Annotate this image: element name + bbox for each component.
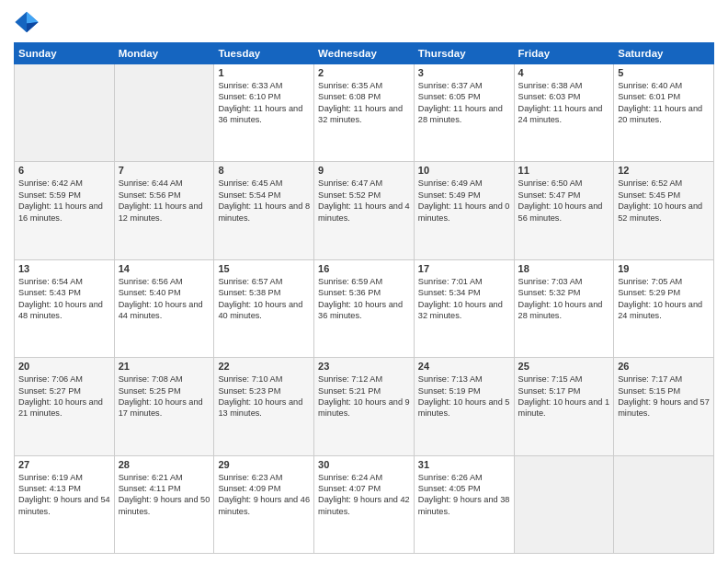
day-cell: 13Sunrise: 6:54 AMSunset: 5:43 PMDayligh…	[15, 259, 115, 357]
day-number: 3	[418, 67, 510, 78]
day-cell: 6Sunrise: 6:42 AMSunset: 5:59 PMDaylight…	[15, 162, 115, 259]
day-cell: 16Sunrise: 6:59 AMSunset: 5:36 PMDayligh…	[314, 259, 415, 357]
day-info: Sunrise: 6:54 AMSunset: 5:43 PMDaylight:…	[18, 276, 110, 322]
day-info: Sunrise: 6:59 AMSunset: 5:36 PMDaylight:…	[318, 276, 410, 322]
day-header-monday: Monday	[114, 43, 214, 64]
week-row-1: 1Sunrise: 6:33 AMSunset: 6:10 PMDaylight…	[15, 64, 714, 162]
day-cell: 3Sunrise: 6:37 AMSunset: 6:05 PMDaylight…	[414, 64, 514, 162]
day-number: 7	[119, 165, 210, 176]
header-row: SundayMondayTuesdayWednesdayThursdayFrid…	[15, 43, 714, 64]
day-info: Sunrise: 6:56 AMSunset: 5:40 PMDaylight:…	[119, 276, 210, 322]
day-info: Sunrise: 6:33 AMSunset: 6:10 PMDaylight:…	[218, 80, 310, 126]
day-cell: 15Sunrise: 6:57 AMSunset: 5:38 PMDayligh…	[214, 259, 314, 357]
day-cell	[614, 455, 714, 553]
day-cell: 19Sunrise: 7:05 AMSunset: 5:29 PMDayligh…	[614, 259, 714, 357]
day-number: 15	[218, 263, 310, 274]
page: SundayMondayTuesdayWednesdayThursdayFrid…	[0, 0, 728, 563]
day-cell: 7Sunrise: 6:44 AMSunset: 5:56 PMDaylight…	[114, 162, 214, 259]
day-number: 5	[618, 67, 710, 78]
day-cell: 11Sunrise: 6:50 AMSunset: 5:47 PMDayligh…	[514, 162, 614, 259]
day-cell	[514, 455, 614, 553]
day-number: 31	[418, 459, 510, 470]
day-number: 14	[119, 263, 210, 274]
day-header-wednesday: Wednesday	[314, 43, 415, 64]
day-cell: 18Sunrise: 7:03 AMSunset: 5:32 PMDayligh…	[514, 259, 614, 357]
day-info: Sunrise: 7:17 AMSunset: 5:15 PMDaylight:…	[618, 373, 710, 419]
day-cell: 26Sunrise: 7:17 AMSunset: 5:15 PMDayligh…	[614, 358, 714, 455]
day-number: 22	[218, 361, 310, 372]
day-cell: 21Sunrise: 7:08 AMSunset: 5:25 PMDayligh…	[114, 358, 214, 455]
day-header-saturday: Saturday	[614, 43, 714, 64]
day-info: Sunrise: 6:44 AMSunset: 5:56 PMDaylight:…	[119, 178, 210, 224]
day-header-tuesday: Tuesday	[214, 43, 314, 64]
day-info: Sunrise: 6:19 AMSunset: 4:13 PMDaylight:…	[18, 472, 110, 518]
day-cell: 30Sunrise: 6:24 AMSunset: 4:07 PMDayligh…	[314, 455, 415, 553]
day-header-thursday: Thursday	[414, 43, 514, 64]
day-cell: 25Sunrise: 7:15 AMSunset: 5:17 PMDayligh…	[514, 358, 614, 455]
day-cell: 2Sunrise: 6:35 AMSunset: 6:08 PMDaylight…	[314, 64, 415, 162]
day-info: Sunrise: 7:15 AMSunset: 5:17 PMDaylight:…	[518, 373, 610, 419]
day-cell: 5Sunrise: 6:40 AMSunset: 6:01 PMDaylight…	[614, 64, 714, 162]
day-number: 1	[218, 67, 310, 78]
week-row-5: 27Sunrise: 6:19 AMSunset: 4:13 PMDayligh…	[15, 455, 714, 553]
day-cell	[114, 64, 214, 162]
svg-marker-2	[27, 22, 39, 32]
day-cell: 10Sunrise: 6:49 AMSunset: 5:49 PMDayligh…	[414, 162, 514, 259]
day-info: Sunrise: 6:40 AMSunset: 6:01 PMDaylight:…	[618, 80, 710, 126]
day-number: 21	[119, 361, 210, 372]
day-number: 11	[518, 165, 610, 176]
day-cell: 1Sunrise: 6:33 AMSunset: 6:10 PMDaylight…	[214, 64, 314, 162]
day-info: Sunrise: 6:35 AMSunset: 6:08 PMDaylight:…	[318, 80, 410, 126]
day-info: Sunrise: 7:10 AMSunset: 5:23 PMDaylight:…	[218, 373, 310, 419]
day-number: 10	[418, 165, 510, 176]
day-number: 25	[518, 361, 610, 372]
day-info: Sunrise: 7:05 AMSunset: 5:29 PMDaylight:…	[618, 276, 710, 322]
day-number: 27	[18, 459, 110, 470]
day-number: 8	[218, 165, 310, 176]
day-cell	[15, 64, 115, 162]
day-cell: 24Sunrise: 7:13 AMSunset: 5:19 PMDayligh…	[414, 358, 514, 455]
day-number: 4	[518, 67, 610, 78]
day-number: 12	[618, 165, 710, 176]
day-info: Sunrise: 6:49 AMSunset: 5:49 PMDaylight:…	[418, 178, 510, 224]
week-row-4: 20Sunrise: 7:06 AMSunset: 5:27 PMDayligh…	[15, 358, 714, 455]
day-info: Sunrise: 6:37 AMSunset: 6:05 PMDaylight:…	[418, 80, 510, 126]
day-cell: 20Sunrise: 7:06 AMSunset: 5:27 PMDayligh…	[15, 358, 115, 455]
day-cell: 23Sunrise: 7:12 AMSunset: 5:21 PMDayligh…	[314, 358, 415, 455]
day-info: Sunrise: 6:38 AMSunset: 6:03 PMDaylight:…	[518, 80, 610, 126]
day-number: 26	[618, 361, 710, 372]
day-number: 24	[418, 361, 510, 372]
day-info: Sunrise: 6:45 AMSunset: 5:54 PMDaylight:…	[218, 178, 310, 224]
day-number: 2	[318, 67, 410, 78]
day-header-friday: Friday	[514, 43, 614, 64]
day-cell: 17Sunrise: 7:01 AMSunset: 5:34 PMDayligh…	[414, 259, 514, 357]
day-info: Sunrise: 6:23 AMSunset: 4:09 PMDaylight:…	[218, 472, 310, 518]
day-number: 28	[119, 459, 210, 470]
header	[14, 9, 714, 35]
day-info: Sunrise: 6:47 AMSunset: 5:52 PMDaylight:…	[318, 178, 410, 224]
day-info: Sunrise: 6:50 AMSunset: 5:47 PMDaylight:…	[518, 178, 610, 224]
day-header-sunday: Sunday	[15, 43, 115, 64]
day-info: Sunrise: 6:52 AMSunset: 5:45 PMDaylight:…	[618, 178, 710, 224]
day-cell: 31Sunrise: 6:26 AMSunset: 4:05 PMDayligh…	[414, 455, 514, 553]
day-info: Sunrise: 6:57 AMSunset: 5:38 PMDaylight:…	[218, 276, 310, 322]
day-info: Sunrise: 6:26 AMSunset: 4:05 PMDaylight:…	[418, 472, 510, 518]
day-cell: 8Sunrise: 6:45 AMSunset: 5:54 PMDaylight…	[214, 162, 314, 259]
calendar-header: SundayMondayTuesdayWednesdayThursdayFrid…	[15, 43, 714, 64]
day-info: Sunrise: 7:13 AMSunset: 5:19 PMDaylight:…	[418, 373, 510, 419]
day-cell: 4Sunrise: 6:38 AMSunset: 6:03 PMDaylight…	[514, 64, 614, 162]
calendar-body: 1Sunrise: 6:33 AMSunset: 6:10 PMDaylight…	[15, 64, 714, 554]
day-number: 17	[418, 263, 510, 274]
day-cell: 9Sunrise: 6:47 AMSunset: 5:52 PMDaylight…	[314, 162, 415, 259]
day-number: 13	[18, 263, 110, 274]
day-info: Sunrise: 7:08 AMSunset: 5:25 PMDaylight:…	[119, 373, 210, 419]
day-cell: 12Sunrise: 6:52 AMSunset: 5:45 PMDayligh…	[614, 162, 714, 259]
day-info: Sunrise: 7:06 AMSunset: 5:27 PMDaylight:…	[18, 373, 110, 419]
day-cell: 27Sunrise: 6:19 AMSunset: 4:13 PMDayligh…	[15, 455, 115, 553]
day-info: Sunrise: 7:01 AMSunset: 5:34 PMDaylight:…	[418, 276, 510, 322]
week-row-3: 13Sunrise: 6:54 AMSunset: 5:43 PMDayligh…	[15, 259, 714, 357]
logo	[14, 9, 43, 35]
day-number: 19	[618, 263, 710, 274]
day-info: Sunrise: 6:42 AMSunset: 5:59 PMDaylight:…	[18, 178, 110, 224]
day-info: Sunrise: 6:24 AMSunset: 4:07 PMDaylight:…	[318, 472, 410, 518]
